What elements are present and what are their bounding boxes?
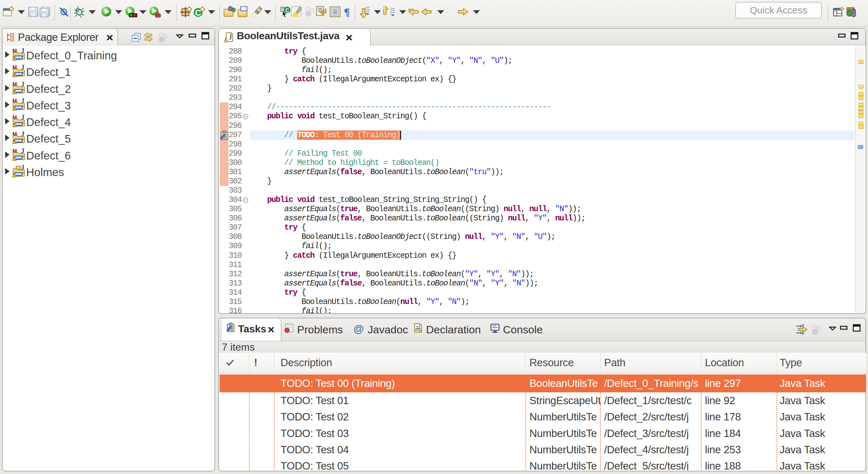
svg-text:J: J xyxy=(228,33,232,41)
svg-text:!: ! xyxy=(14,123,15,127)
svg-text:¶: ¶ xyxy=(344,6,350,18)
svg-text:J: J xyxy=(21,98,25,105)
svg-text:J: J xyxy=(21,148,25,155)
svg-text:!: ! xyxy=(14,106,15,110)
svg-text:M: M xyxy=(12,48,17,54)
svg-text:M: M xyxy=(12,131,17,137)
svg-text:!: ! xyxy=(225,38,226,42)
svg-text:J: J xyxy=(21,165,25,171)
svg-text:!: ! xyxy=(14,90,15,94)
svg-text:M: M xyxy=(12,148,17,154)
svg-text:J: J xyxy=(21,65,25,71)
svg-text:M: M xyxy=(12,82,17,87)
svg-text:!: ! xyxy=(14,157,15,160)
svg-text:!: ! xyxy=(14,173,15,177)
svg-text:J: J xyxy=(21,115,25,121)
svg-text:J: J xyxy=(21,82,25,88)
svg-text:!: ! xyxy=(14,140,15,144)
svg-text:M: M xyxy=(12,98,17,104)
svg-text:M: M xyxy=(12,65,17,70)
svg-text:J: J xyxy=(21,131,25,138)
svg-text:M: M xyxy=(12,115,17,121)
svg-text:C: C xyxy=(285,8,289,13)
svg-text:J: J xyxy=(21,48,25,55)
svg-text:!: ! xyxy=(14,73,15,77)
svg-text:!: ! xyxy=(14,57,15,60)
